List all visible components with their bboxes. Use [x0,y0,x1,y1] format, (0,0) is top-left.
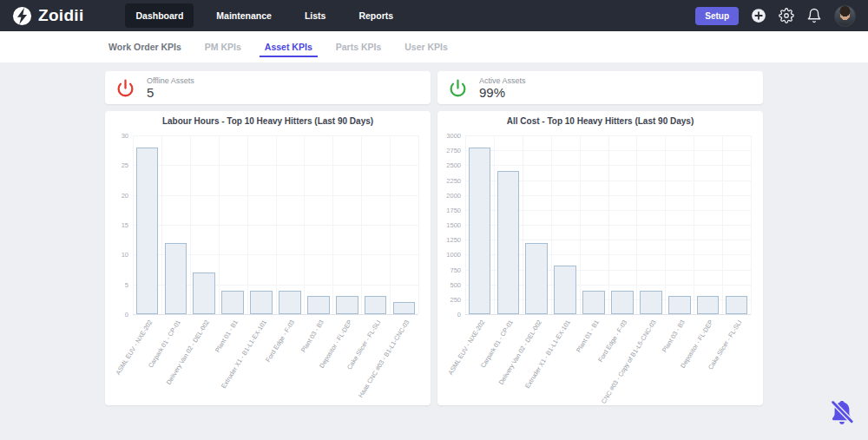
y-tick-label: 750 [444,266,461,274]
kpi-label: Active Assets [479,76,526,86]
all-cost-chart: 0250500750100012501500175020002250250027… [444,130,756,404]
y-tick-label: 1250 [444,236,461,244]
y-tick-label: 1500 [444,221,461,229]
x-tick-label: Ford Edge - F-03 [596,319,628,364]
tab-parts-kpis[interactable]: Parts KPIs [336,33,382,61]
nav-item-reports[interactable]: Reports [348,3,404,28]
chart-bar[interactable] [497,171,520,314]
tab-pm-kpis[interactable]: PM KPIs [205,33,241,61]
y-tick-label: 2500 [444,161,461,169]
offline-assets-card: Offline Assets 5 [105,71,431,104]
user-avatar[interactable] [834,5,856,27]
x-tick-label: Plant 01 - B1 [575,319,601,354]
chart-bar[interactable] [307,296,330,314]
x-tick-label: ASML EUV - NXE-202 [114,319,154,376]
chart-bar[interactable] [165,243,187,314]
setup-button[interactable]: Setup [695,7,739,25]
y-tick-label: 30 [112,132,128,140]
chart-bar[interactable] [136,148,159,314]
chart-bar[interactable] [525,243,548,314]
kpi-value: 5 [147,86,194,100]
all-cost-chart-card: All Cost - Top 10 Heavy Hitters (Last 90… [437,111,763,405]
gear-icon[interactable] [779,8,794,23]
y-tick-label: 1000 [444,251,461,259]
kpi-label: Offline Assets [147,76,194,86]
x-tick-label: Plant 03 - B3 [660,319,686,354]
y-tick-label: 20 [112,192,128,200]
active-assets-card: Active Assets 99% [437,71,763,104]
bolt-circle-icon [12,6,32,26]
labour-hours-chart: 051015202530ASML EUV - NXE-202Carpark 01… [112,130,424,404]
kpi-tabbar: Work Order KPIs PM KPIs Asset KPIs Parts… [0,31,868,62]
y-tick-label: 0 [112,311,128,319]
power-icon [116,79,135,97]
x-tick-label: Ford Edge - F-03 [264,319,296,364]
chart-bar[interactable] [250,291,273,315]
top-navbar: Zoidii Dashboard Maintenance Lists Repor… [0,0,868,31]
charts-row: Labour Hours - Top 10 Heavy Hitters (Las… [105,111,763,405]
x-tick-label: Haas CNC #03 - B1-L1-CNC-03 [357,319,411,399]
bell-icon[interactable] [806,8,822,23]
tab-user-kpis[interactable]: User KPIs [404,33,448,61]
tab-work-order-kpis[interactable]: Work Order KPIs [108,33,181,61]
y-tick-label: 3000 [444,132,461,140]
chart-title: Labour Hours - Top 10 Heavy Hitters (Las… [105,116,431,128]
nav-item-lists[interactable]: Lists [294,3,337,28]
chart-bar[interactable] [193,273,215,314]
y-tick-label: 2000 [444,192,461,200]
nav-item-maintenance[interactable]: Maintenance [206,3,282,28]
chart-bar[interactable] [336,296,358,314]
y-tick-label: 2750 [444,147,461,154]
chart-bar[interactable] [365,296,387,314]
y-tick-label: 250 [444,296,461,304]
kpi-value: 99% [479,86,526,100]
chart-bar[interactable] [279,291,301,315]
kpi-row: Offline Assets 5 Active Assets 99% [105,71,763,104]
y-tick-label: 5 [112,281,128,289]
chart-bar[interactable] [668,296,691,314]
y-tick-label: 25 [112,161,128,169]
chart-bar[interactable] [726,296,748,314]
tab-asset-kpis[interactable]: Asset KPIs [265,33,312,61]
dashboard-content: Offline Assets 5 Active Assets 99% Labou… [105,71,763,405]
bell-off-icon[interactable] [828,398,856,426]
navbar-actions: Setup [695,5,856,27]
brand-name: Zoidii [38,6,83,25]
main-nav: Dashboard Maintenance Lists Reports [125,3,404,28]
x-tick-label: ASML EUV - NXE-202 [446,319,486,376]
y-tick-label: 15 [112,221,128,229]
chart-bar[interactable] [582,291,605,314]
chart-bar[interactable] [611,291,634,314]
chart-bar[interactable] [393,302,416,314]
x-tick-label: Plant 03 - B3 [299,319,325,354]
nav-item-dashboard[interactable]: Dashboard [125,3,194,28]
y-tick-label: 10 [112,251,128,259]
power-icon [449,79,467,97]
plus-circle-icon[interactable] [751,8,766,23]
chart-bar[interactable] [640,291,662,314]
y-tick-label: 0 [444,311,461,319]
x-tick-label: Plant 01 - B1 [214,319,240,354]
chart-bar[interactable] [469,148,491,314]
brand[interactable]: Zoidii [12,6,83,26]
labour-hours-chart-card: Labour Hours - Top 10 Heavy Hitters (Las… [105,111,431,405]
chart-bar[interactable] [221,291,244,315]
y-tick-label: 500 [444,281,461,289]
chart-bar[interactable] [554,266,576,314]
y-tick-label: 2250 [444,177,461,185]
y-tick-label: 1750 [444,207,461,214]
chart-bar[interactable] [697,296,720,314]
chart-title: All Cost - Top 10 Heavy Hitters (Last 90… [437,116,763,128]
